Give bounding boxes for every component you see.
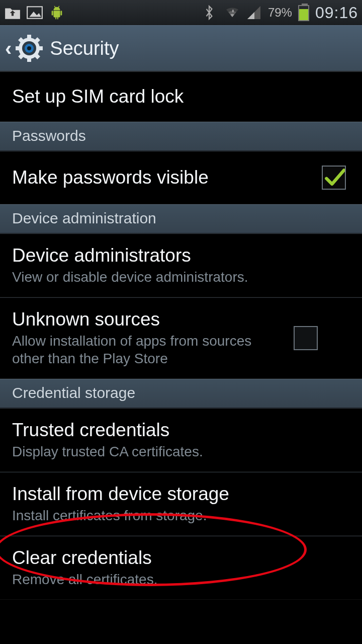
item-subtitle: Display trusted CA certificates. [12,443,350,460]
item-make-passwords-visible[interactable]: Make passwords visible [0,151,362,204]
item-subtitle: Allow installation of apps from sources … [12,332,284,367]
item-device-administrators[interactable]: Device administrators View or disable de… [0,233,362,297]
item-subtitle: Remove all certificates. [12,571,350,588]
cell-signal-icon [247,5,261,20]
checkmark-icon [323,166,345,190]
action-bar: ‹ Security [0,25,362,71]
gallery-icon [26,5,43,20]
category-title: Device administration [12,210,350,227]
item-subtitle: Install certificates from storage. [12,507,350,524]
back-button[interactable]: ‹ [5,37,12,60]
item-title: Make passwords visible [12,167,312,188]
category-title: Passwords [12,127,350,144]
svg-rect-3 [61,11,62,15]
svg-point-17 [27,46,31,50]
category-device-administration: Device administration [0,204,362,233]
svg-rect-9 [16,46,21,50]
item-clear-credentials[interactable]: Clear credentials Remove all certificate… [0,536,362,600]
page-title: Security [50,38,119,59]
item-trusted-credentials[interactable]: Trusted credentials Display trusted CA c… [0,408,362,472]
item-title: Unknown sources [12,309,284,330]
checkbox-unknown-sources[interactable] [294,326,318,350]
category-passwords: Passwords [0,122,362,151]
status-clock: 09:16 [315,4,358,22]
category-title: Credential storage [12,384,350,401]
item-title: Set up SIM card lock [12,86,350,107]
svg-rect-10 [38,46,43,50]
svg-rect-7 [27,35,31,40]
item-title: Clear credentials [12,547,350,569]
item-title: Device administrators [12,245,350,266]
item-unknown-sources[interactable]: Unknown sources Allow installation of ap… [0,297,362,379]
svg-rect-8 [27,57,31,62]
category-credential-storage: Credential storage [0,379,362,408]
item-install-from-device-storage[interactable]: Install from device storage Install cert… [0,472,362,536]
settings-gear-icon[interactable] [16,35,43,62]
battery-percentage: 79% [268,6,292,20]
status-bar: 79% 09:16 [0,0,362,25]
item-subtitle: View or disable device administrators. [12,268,350,286]
settings-list: Set up SIM card lock Passwords Make pass… [0,71,362,600]
checkbox-passwords-visible[interactable] [322,166,346,190]
svg-line-4 [54,6,55,8]
svg-rect-2 [52,11,53,15]
svg-marker-1 [29,12,41,17]
item-sim-card-lock[interactable]: Set up SIM card lock [0,71,362,122]
battery-icon [298,4,309,21]
item-title: Trusted credentials [12,420,350,441]
android-icon [48,5,65,20]
item-title: Install from device storage [12,484,350,505]
sync-folder-icon [4,5,21,20]
svg-line-5 [58,6,59,8]
wifi-icon [224,5,241,20]
bluetooth-icon [201,5,218,20]
